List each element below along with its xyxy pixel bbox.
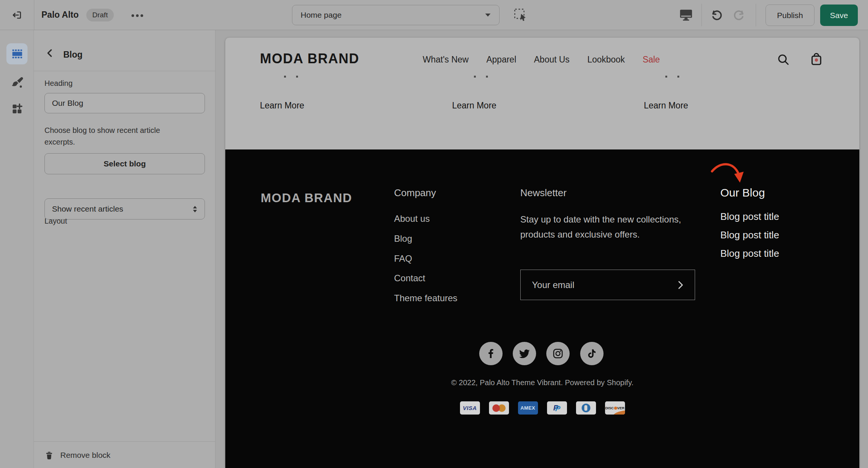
twitter-icon	[518, 348, 530, 360]
visa-icon: VISA	[460, 401, 480, 415]
footer-company-title: Company	[394, 187, 436, 199]
blog-post-link[interactable]: Blog post title	[720, 229, 779, 241]
payment-icons-row: VISA AMEX P P DISCVER	[225, 401, 859, 415]
clipped-text-artifact	[284, 76, 286, 78]
tiktok-icon	[586, 348, 598, 359]
footer-logo: MODA BRAND	[261, 191, 352, 205]
select-element-icon	[513, 8, 528, 23]
search-button[interactable]	[776, 53, 790, 67]
cart-bag-button[interactable]	[808, 52, 824, 67]
footer-blog-title: Our Blog	[720, 186, 765, 199]
nav-link-sale[interactable]: Sale	[643, 55, 660, 65]
back-button[interactable]	[43, 47, 57, 60]
site-footer: MODA BRAND Company About us Blog FAQ Con…	[225, 149, 859, 468]
diners-club-icon	[576, 401, 596, 415]
site-nav: What's New Apparel About Us Lookbook Sal…	[423, 55, 660, 65]
status-badge: Draft	[86, 9, 114, 21]
nav-link-lookbook[interactable]: Lookbook	[587, 55, 625, 65]
instagram-icon	[552, 348, 564, 360]
layout-select[interactable]: Show recent articles	[44, 198, 205, 220]
nav-link-apparel[interactable]: Apparel	[486, 55, 516, 65]
learn-more-link[interactable]: Learn More	[452, 101, 497, 111]
learn-more-link[interactable]: Learn More	[644, 101, 688, 111]
facebook-icon	[485, 348, 497, 360]
paypal-icon: P P	[547, 401, 567, 415]
apps-icon	[11, 102, 23, 115]
remove-block-label: Remove block	[60, 451, 110, 460]
page-selector[interactable]: Home page	[292, 5, 500, 25]
newsletter-email-input[interactable]: Your email	[520, 270, 695, 300]
panel-title: Blog	[63, 50, 83, 60]
footer-link-theme-features[interactable]: Theme features	[394, 293, 457, 303]
back-chevron-icon	[46, 48, 54, 58]
redo-button[interactable]	[731, 8, 747, 23]
shopify-theme-editor: Palo Alto Draft Home page	[0, 0, 868, 468]
block-settings-panel: Blog Heading Choose blog to show recent …	[34, 30, 215, 468]
footer-link-about-us[interactable]: About us	[394, 213, 430, 224]
panel-header: Blog	[34, 30, 215, 71]
save-button[interactable]: Save	[820, 5, 858, 26]
desktop-preview-button[interactable]	[677, 7, 695, 23]
amex-icon: AMEX	[518, 401, 538, 415]
publish-button[interactable]: Publish	[766, 5, 815, 26]
footer-link-blog[interactable]: Blog	[394, 233, 412, 244]
topbar-divider	[756, 4, 756, 26]
exit-icon	[11, 9, 23, 21]
blog-post-link[interactable]: Blog post title	[720, 248, 779, 259]
rail-item-apps[interactable]	[9, 101, 25, 117]
blog-post-link[interactable]: Blog post title	[720, 211, 779, 223]
select-element-button[interactable]	[512, 7, 529, 24]
copyright-text: © 2022, Palo Alto Theme Vibrant. Powered…	[225, 378, 859, 387]
footer-link-contact[interactable]: Contact	[394, 273, 425, 284]
social-facebook-button[interactable]	[479, 342, 503, 365]
nav-link-about-us[interactable]: About Us	[534, 55, 570, 65]
newsletter-text: Stay up to date with the new collections…	[520, 212, 692, 242]
chevron-right-icon	[678, 281, 683, 289]
desktop-preview-icon	[679, 7, 694, 22]
clipped-text-artifact	[665, 76, 667, 78]
footer-link-faq[interactable]: FAQ	[394, 253, 412, 264]
clipped-text-artifact	[486, 76, 488, 78]
cart-bag-icon	[809, 52, 824, 67]
chevron-down-icon	[485, 13, 491, 17]
layout-select-value: Show recent articles	[52, 204, 123, 213]
sections-icon	[11, 48, 23, 60]
remove-block-button[interactable]: Remove block	[44, 447, 110, 463]
heading-input[interactable]	[44, 93, 205, 113]
trash-icon	[44, 450, 54, 460]
newsletter-title: Newsletter	[520, 187, 567, 199]
heading-label: Heading	[44, 79, 73, 88]
exit-editor-button[interactable]	[11, 9, 23, 21]
page-selector-value: Home page	[301, 11, 342, 20]
rail-item-sections[interactable]	[6, 43, 28, 64]
undo-button[interactable]	[709, 8, 725, 23]
discover-icon: DISCVER	[605, 401, 625, 415]
more-dots-icon	[131, 14, 134, 17]
redo-icon	[732, 8, 746, 22]
mastercard-icon	[489, 401, 509, 415]
nav-link-whats-new[interactable]: What's New	[423, 55, 469, 65]
clipped-text-artifact	[474, 76, 476, 78]
social-twitter-button[interactable]	[513, 342, 536, 365]
topbar: Palo Alto Draft Home page	[0, 0, 868, 30]
store-name: Palo Alto	[41, 10, 79, 20]
panel-footer: Remove block	[34, 441, 215, 468]
social-tiktok-button[interactable]	[580, 342, 604, 365]
search-icon	[777, 53, 790, 66]
clipped-text-artifact	[677, 76, 679, 78]
theme-preview: MODA BRAND What's New Apparel About Us L…	[225, 38, 859, 468]
rail-item-theme-settings[interactable]	[9, 74, 25, 91]
topbar-divider	[701, 4, 702, 26]
learn-more-link[interactable]: Learn More	[260, 101, 304, 111]
social-instagram-button[interactable]	[546, 342, 570, 365]
sort-arrows-icon	[193, 206, 197, 213]
more-menu-button[interactable]	[128, 11, 146, 20]
undo-icon	[710, 8, 724, 22]
site-logo[interactable]: MODA BRAND	[260, 51, 359, 67]
clipped-text-artifact	[296, 76, 298, 78]
email-placeholder: Your email	[532, 280, 575, 290]
topbar-divider	[34, 0, 34, 30]
newsletter-submit-button[interactable]	[678, 281, 683, 289]
blog-description: Choose blog to show recent article excer…	[44, 125, 187, 148]
select-blog-button[interactable]: Select blog	[44, 153, 205, 174]
